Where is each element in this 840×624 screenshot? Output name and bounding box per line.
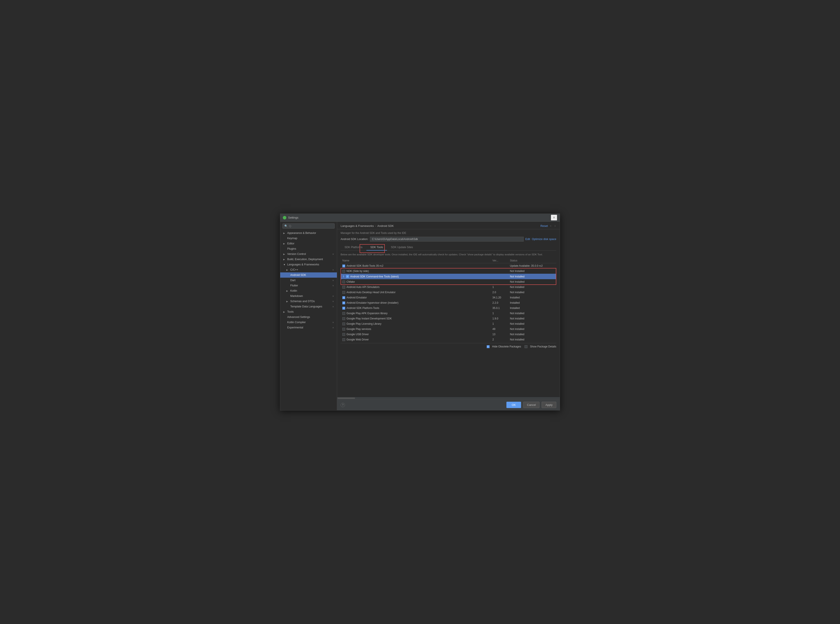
sidebar-item-flutter[interactable]: Flutter ≡ <box>280 283 337 288</box>
name-cell: Google Play Instant Development SDK <box>342 317 489 320</box>
sidebar-item-label: Languages & Frameworks <box>287 263 319 266</box>
arrow-icon: ▶ <box>283 232 286 234</box>
sidebar-item-markdown[interactable]: Markdown ≡ <box>280 293 337 299</box>
sidebar-item-appearance[interactable]: ▶ Appearance & Behavior <box>280 230 337 236</box>
sidebar-item-schemas[interactable]: ▶ Schemas and DTDs ≡ <box>280 299 337 304</box>
sdk-tools-table-container: Name Ver... Status Android SDK Build-Too… <box>341 258 556 342</box>
tab-sdk-update-sites[interactable]: SDK Update Sites <box>387 244 417 250</box>
sdk-location-input[interactable] <box>370 237 523 241</box>
show-details-checkbox[interactable] <box>525 345 527 348</box>
sidebar-item-label: Advanced Settings <box>287 315 310 318</box>
close-button[interactable]: ✕ <box>551 215 557 221</box>
arrow-icon: ▶ <box>286 300 289 303</box>
row-checkbox[interactable] <box>342 307 345 310</box>
sidebar-item-experimental[interactable]: Experimental ≡ <box>280 325 337 330</box>
row-checkbox[interactable] <box>342 264 345 267</box>
sidebar-item-dart[interactable]: Dart ≡ <box>280 278 337 283</box>
sidebar-item-plugins[interactable]: Plugins <box>280 246 337 252</box>
row-checkbox[interactable] <box>342 291 345 294</box>
sidebar-item-label: Plugins <box>287 247 296 250</box>
table-row[interactable]: Android Emulator hypervisor driver (inst… <box>341 300 556 306</box>
col-version: Ver... <box>491 258 508 263</box>
row-checkbox[interactable] <box>342 323 345 325</box>
row-checkbox[interactable] <box>342 328 345 331</box>
tab-sdk-tools[interactable]: SDK Tools <box>366 244 387 250</box>
table-row[interactable]: Google Play APK Expansion library1Not in… <box>341 311 556 316</box>
sidebar-item-cpp[interactable]: ▶ C/C++ ≡ <box>280 267 337 272</box>
row-checkbox[interactable] <box>342 333 345 336</box>
table-row[interactable]: Android Auto Desktop Head Unit Emulator2… <box>341 290 556 295</box>
search-icon: 🔍 <box>284 224 288 227</box>
help-section: ? <box>341 403 345 407</box>
row-checkbox[interactable] <box>342 270 345 273</box>
row-checkbox[interactable] <box>342 301 345 304</box>
help-button[interactable]: ? <box>341 403 345 407</box>
edit-button[interactable]: Edit <box>525 238 530 241</box>
window-title: Settings <box>288 216 551 219</box>
name-cell: Android Auto Desktop Head Unit Emulator <box>342 291 489 294</box>
sidebar-item-template[interactable]: Template Data Languages ≡ <box>280 304 337 309</box>
row-checkbox[interactable] <box>342 317 345 320</box>
optimize-button[interactable]: Optimize disk space <box>532 238 556 241</box>
table-row[interactable]: Google Web Driver2Not installed <box>341 337 556 342</box>
table-row[interactable]: Google Play services49Not installed <box>341 326 556 332</box>
settings-icon: ≡ <box>332 269 334 271</box>
table-row[interactable]: Google Play Instant Development SDK1.9.0… <box>341 316 556 321</box>
sidebar-item-advanced[interactable]: Advanced Settings <box>280 314 337 320</box>
horizontal-scrollbar[interactable] <box>337 397 560 399</box>
row-name: Google Web Driver <box>346 338 369 341</box>
ok-button[interactable]: OK <box>506 402 521 408</box>
scrollbar-thumb[interactable] <box>338 397 355 399</box>
breadcrumb-sep: › <box>375 224 376 227</box>
col-name: Name <box>341 258 491 263</box>
reset-button[interactable]: Reset <box>540 224 548 227</box>
table-row[interactable]: NDK (Side by side)Not Installed <box>341 269 556 274</box>
row-checkbox[interactable] <box>342 312 345 315</box>
cancel-button[interactable]: Cancel <box>523 402 539 408</box>
sidebar-item-editor[interactable]: ▶ Editor <box>280 241 337 246</box>
forward-button[interactable]: › <box>554 224 556 228</box>
name-cell: Android Emulator <box>342 296 489 299</box>
table-row[interactable]: ⬇Android SDK Command-line Tools (latest)… <box>341 274 556 279</box>
search-input[interactable] <box>289 224 333 227</box>
back-button[interactable]: ‹ <box>550 224 552 228</box>
table-row[interactable]: Android Emulator34.1.20Installed <box>341 295 556 300</box>
sidebar-item-tools[interactable]: ▶ Tools <box>280 309 337 314</box>
arrow-icon: ▼ <box>283 263 286 266</box>
table-row[interactable]: Android Auto API Simulators1Not installe… <box>341 284 556 290</box>
row-version: 49 <box>491 326 508 332</box>
table-footer: Hide Obsolete Packages Show Package Deta… <box>341 343 556 350</box>
row-status: Not installed <box>508 284 556 290</box>
sidebar-item-languages[interactable]: ▼ Languages & Frameworks <box>280 262 337 267</box>
table-row[interactable]: CMakeNot Installed <box>341 279 556 284</box>
row-version <box>491 274 508 279</box>
row-version: 34.1.20 <box>491 295 508 300</box>
sidebar-item-kotlin[interactable]: ▶ Kotlin <box>280 288 337 293</box>
hide-obsolete-checkbox[interactable] <box>487 345 489 348</box>
row-checkbox[interactable] <box>342 338 345 341</box>
sidebar-item-kotlin-compiler[interactable]: Kotlin Compiler ≡ <box>280 320 337 325</box>
row-version: 1 <box>491 311 508 316</box>
table-row[interactable]: Android SDK Platform-Tools35.0.1Installe… <box>341 306 556 311</box>
sidebar-item-version-control[interactable]: ▶ Version Control ≡ <box>280 252 337 256</box>
row-checkbox[interactable] <box>346 275 349 278</box>
apply-button[interactable]: Apply <box>542 402 556 408</box>
row-checkbox[interactable] <box>342 296 345 299</box>
sidebar-item-build[interactable]: ▶ Build, Execution, Deployment <box>280 256 337 262</box>
table-row[interactable]: Android SDK Build-Tools 35-rc2Update Ava… <box>341 263 556 269</box>
sidebar-item-android-sdk[interactable]: Android SDK <box>280 272 337 278</box>
row-status: Not installed <box>508 332 556 337</box>
row-checkbox[interactable] <box>342 281 345 283</box>
hide-obsolete-row: Hide Obsolete Packages <box>487 345 521 348</box>
tab-sdk-platforms[interactable]: SDK Platforms <box>341 244 366 250</box>
header-actions: Reset ‹ › <box>540 224 556 228</box>
row-name: NDK (Side by side) <box>346 270 369 273</box>
sidebar-item-keymap[interactable]: Keymap <box>280 236 337 241</box>
search-box[interactable]: 🔍 <box>283 223 335 229</box>
row-status: Not Installed <box>508 269 556 274</box>
row-status: Not installed <box>508 321 556 326</box>
table-row[interactable]: Google USB Driver13Not installed <box>341 332 556 337</box>
row-checkbox[interactable] <box>342 286 345 289</box>
row-name: Android Auto Desktop Head Unit Emulator <box>346 291 395 294</box>
table-row[interactable]: Google Play Licensing Library1Not instal… <box>341 321 556 326</box>
